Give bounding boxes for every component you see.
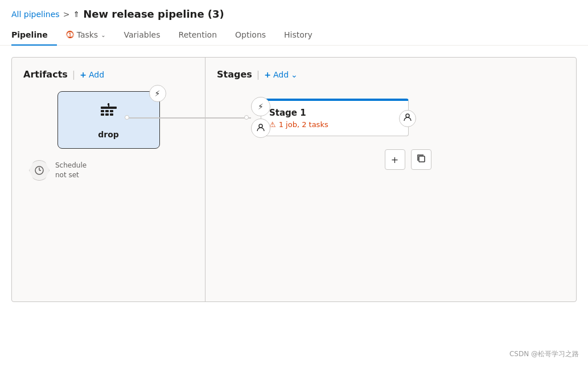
pipeline-canvas: Artifacts | + Add ⚡: [11, 57, 577, 302]
svg-rect-6: [110, 113, 113, 116]
svg-rect-13: [419, 156, 425, 162]
svg-rect-0: [101, 107, 117, 109]
artifacts-title: Artifacts: [23, 69, 68, 80]
stages-header: Stages | + Add ⌄: [217, 69, 565, 80]
stage-1-card[interactable]: Stage 1 ⚠ 1 job, 2 tasks: [261, 99, 409, 136]
stage-title: Stage 1: [269, 108, 400, 118]
stage-subtitle: ⚠ 1 job, 2 tasks: [269, 120, 400, 129]
stages-plus-icon: +: [264, 70, 271, 79]
schedule-text: Schedule not set: [55, 161, 87, 180]
connector-right-circle: [244, 115, 249, 120]
main-content: Artifacts | + Add ⚡: [0, 46, 588, 356]
schedule-area: Schedule not set: [23, 160, 194, 181]
pre-deployment-trigger-button[interactable]: ⚡: [251, 97, 270, 116]
post-person-icon: [403, 113, 412, 124]
tasks-chevron-icon: ⌄: [101, 32, 105, 38]
svg-rect-4: [101, 113, 104, 116]
artifacts-header: Artifacts | + Add: [23, 69, 194, 80]
svg-rect-5: [105, 113, 109, 116]
artifact-name: drop: [98, 130, 119, 139]
artifact-card[interactable]: ⚡ drop: [57, 91, 160, 149]
clone-stage-button[interactable]: [411, 149, 431, 170]
tab-history[interactable]: History: [275, 25, 322, 45]
stages-title: Stages: [217, 69, 252, 80]
add-icon: +: [391, 154, 398, 165]
watermark: CSDN @松哥学习之路: [509, 349, 579, 359]
tab-options[interactable]: Options: [226, 25, 275, 45]
pre-approval-button[interactable]: [251, 119, 270, 138]
stages-chevron-icon: ⌄: [291, 70, 298, 79]
pre-person-icon: [256, 123, 265, 134]
nav-tabs: Pipeline ⓵ Tasks ⌄ Variables Retention O…: [0, 25, 588, 46]
stages-section: Stages | + Add ⌄ ⚡: [205, 58, 576, 301]
lightning-icon: ⚡: [155, 89, 161, 98]
schedule-icon: [29, 160, 50, 181]
stages-add-button[interactable]: + Add ⌄: [264, 70, 298, 79]
artifact-trigger-button[interactable]: ⚡: [149, 85, 166, 102]
tasks-warning-icon: ⓵: [66, 30, 74, 39]
artifacts-add-button[interactable]: + Add: [80, 70, 104, 79]
breadcrumb-separator: >: [63, 10, 70, 19]
breadcrumb: All pipelines > ⇑ New release pipeline (…: [0, 0, 588, 25]
connector-line: [126, 117, 251, 119]
post-approval-button[interactable]: [399, 110, 416, 127]
artifact-drop-icon: [98, 101, 119, 125]
artifacts-section: Artifacts | + Add ⚡: [12, 58, 205, 301]
svg-rect-2: [105, 110, 109, 112]
all-pipelines-link[interactable]: All pipelines: [11, 10, 60, 19]
tab-variables[interactable]: Variables: [115, 25, 170, 45]
tab-pipeline[interactable]: Pipeline: [11, 25, 57, 45]
tab-retention[interactable]: Retention: [170, 25, 227, 45]
connector-left-circle: [125, 115, 129, 120]
plus-icon: +: [80, 70, 87, 79]
svg-rect-3: [110, 110, 113, 112]
tab-tasks[interactable]: ⓵ Tasks ⌄: [57, 25, 115, 45]
add-stage-button[interactable]: +: [385, 149, 405, 170]
stage-actions: +: [251, 149, 565, 170]
svg-point-11: [259, 124, 262, 128]
pipeline-icon: ⇑: [73, 10, 80, 19]
artifacts-divider: |: [72, 69, 75, 80]
svg-point-12: [406, 114, 409, 117]
svg-rect-1: [101, 110, 104, 112]
clone-icon: [416, 153, 426, 166]
stages-divider: |: [257, 69, 260, 80]
pipeline-title: New release pipeline (3): [83, 8, 224, 20]
pre-lightning-icon: ⚡: [258, 102, 264, 111]
